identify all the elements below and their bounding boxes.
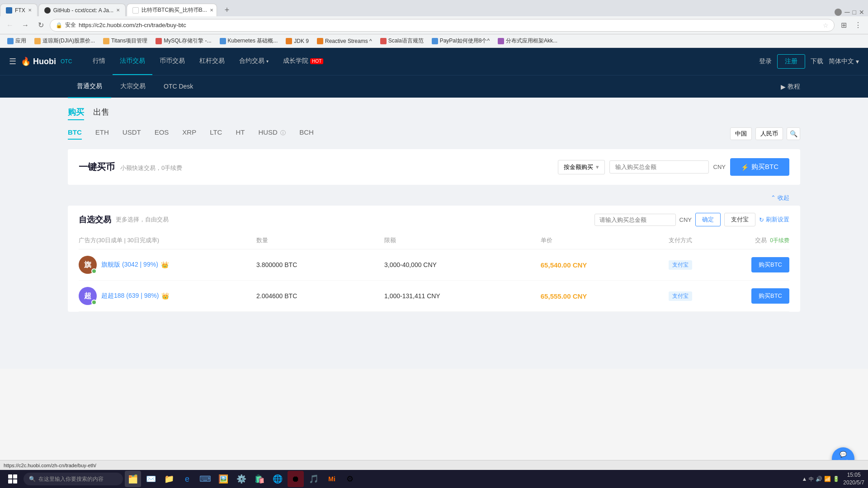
payment-tag-2[interactable]: 支付宝 <box>669 291 692 301</box>
download-btn[interactable]: 下载 <box>811 57 823 66</box>
buy-amount-input[interactable] <box>609 160 709 174</box>
payment-tag-1[interactable]: 支付宝 <box>669 260 692 270</box>
browser-tab-huobi[interactable]: 比特币BTC购买_比特币B... ✕ <box>127 4 217 16</box>
restore-btn[interactable]: □ <box>853 9 856 16</box>
th-payment: 支付方式 <box>669 232 740 249</box>
crypto-tab-ltc[interactable]: LTC <box>210 128 222 140</box>
ss-confirm-btn[interactable]: 确定 <box>695 213 721 226</box>
td-advertiser-2: 超 超超188 (639 | 98%) 👑 <box>79 281 256 312</box>
th-limit-label: 限额 <box>384 237 396 244</box>
tab-buy[interactable]: 购买 <box>68 107 84 120</box>
hamburger-menu-icon[interactable]: ☰ <box>9 56 16 66</box>
back-btn[interactable]: ← <box>4 19 16 32</box>
sub-nav-otcdesk[interactable]: OTC Desk <box>155 75 202 98</box>
tab-label-github: GitHub - ccxt/ccxt: A Ja... <box>53 7 113 14</box>
bookmark-apps[interactable]: 应用 <box>4 36 30 46</box>
crypto-tab-eth[interactable]: ETH <box>95 128 109 140</box>
crypto-tab-bch[interactable]: BCH <box>299 128 314 140</box>
husd-info-icon[interactable]: ⓘ <box>280 130 286 136</box>
sub-nav-bulk[interactable]: 大宗交易 <box>111 75 155 98</box>
sub-nav-bulk-label: 大宗交易 <box>120 82 146 90</box>
bookmark-dazhongzhi-label: 道琼斯(DJIA)股票价... <box>42 37 95 45</box>
bookmark-titans[interactable]: Titans项目管理 <box>99 36 151 46</box>
nav-fiat[interactable]: 法币交易 <box>113 48 152 75</box>
url-text[interactable]: https://c2c.huobi.com/zh-cn/trade/buy-bt… <box>79 22 820 28</box>
payment-cell-1: 支付宝 <box>669 260 740 270</box>
action-btn-1[interactable]: 购买BTC <box>751 257 789 272</box>
browser-tab-github[interactable]: GitHub - ccxt/ccxt: A Ja... ✕ <box>38 4 126 16</box>
collapse-btn[interactable]: ⌃ 收起 <box>771 194 789 201</box>
ss-amount-input[interactable] <box>594 214 676 226</box>
crown-icon-1: 👑 <box>161 261 169 268</box>
tab-close-ftx[interactable]: ✕ <box>28 8 32 13</box>
crypto-tab-husd[interactable]: HUSD ⓘ <box>258 128 286 140</box>
online-badge-1 <box>91 268 97 274</box>
new-tab-btn[interactable]: + <box>218 4 236 16</box>
lang-arrow-icon: ▾ <box>856 58 859 65</box>
bookmark-jdk9[interactable]: JDK 9 <box>282 37 312 45</box>
minimize-btn[interactable]: ─ <box>844 8 849 16</box>
bookmark-paypal[interactable]: PayPal如何使用8个^ <box>428 36 493 46</box>
tutorial-link[interactable]: ▶ 教程 <box>781 83 800 91</box>
bookmarks-bar: 应用 道琼斯(DJIA)股票价... Titans项目管理 MySQL存储引擎 … <box>0 34 868 48</box>
crypto-tab-ht[interactable]: HT <box>236 128 245 140</box>
refresh-label: 刷新设置 <box>766 216 789 224</box>
crypto-tab-usdt[interactable]: USDT <box>123 128 141 140</box>
tab-sell[interactable]: 出售 <box>93 107 109 120</box>
profile-icon[interactable] <box>835 9 842 16</box>
tab-close-huobi[interactable]: ✕ <box>210 8 213 13</box>
browser-toolbar: ← → ↻ 🔒 安全 https://c2c.huobi.com/zh-cn/t… <box>0 16 868 34</box>
td-limit-1: 3,000-40,000 CNY <box>384 249 541 281</box>
browser-tab-ftx[interactable]: FTX ✕ <box>0 4 38 16</box>
bookmark-titans-icon <box>103 38 109 44</box>
extensions-btn[interactable]: ⊞ <box>837 19 850 32</box>
nav-market[interactable]: 行情 <box>85 48 113 75</box>
filter-currency[interactable]: 人民币 <box>755 127 783 140</box>
advertiser-name-1[interactable]: 旗舰版 (3042 | 99%) 👑 <box>101 261 169 269</box>
refresh-btn[interactable]: ↻ <box>34 19 47 32</box>
login-btn[interactable]: 登录 <box>759 57 772 66</box>
bookmark-distributed[interactable]: 分布式应用框架Akk... <box>494 36 561 46</box>
logo-otc: OTC <box>61 58 72 65</box>
filter-search-btn[interactable]: 🔍 <box>787 127 800 140</box>
address-bar[interactable]: 🔒 安全 https://c2c.huobi.com/zh-cn/trade/b… <box>50 19 835 32</box>
bookmark-mysql[interactable]: MySQL存储引擎 -... <box>152 36 215 46</box>
action-btn-2[interactable]: 购买BTC <box>751 288 789 304</box>
filter-country[interactable]: 中国 <box>730 127 752 140</box>
nav-leverage[interactable]: 杠杆交易 <box>192 48 232 75</box>
buy-type-select[interactable]: 按金额购买 ▾ <box>558 160 605 174</box>
crypto-tab-xrp[interactable]: XRP <box>182 128 196 140</box>
menu-btn[interactable]: ⋮ <box>852 19 864 32</box>
sub-nav-normal[interactable]: 普通交易 <box>68 75 111 98</box>
nav-contract-arrow-icon: ▾ <box>266 59 269 64</box>
payment-cell-2: 支付宝 <box>669 291 740 301</box>
nav-contract[interactable]: 合约交易 ▾ <box>232 48 276 75</box>
nav-growth[interactable]: 成长学院 HOT <box>276 48 330 75</box>
crypto-tabs-row: BTC ETH USDT EOS XRP LTC HT <box>68 127 800 140</box>
lang-btn[interactable]: 简体中文 ▾ <box>829 57 859 66</box>
crypto-tab-eos[interactable]: EOS <box>155 128 169 140</box>
bookmark-distributed-icon <box>498 38 504 44</box>
close-btn[interactable]: ✕ <box>859 9 864 16</box>
th-price-label: 单价 <box>541 237 552 244</box>
ss-alipay-btn[interactable]: 支付宝 <box>724 213 755 226</box>
register-btn[interactable]: 注册 <box>777 54 805 69</box>
bookmark-kubernetes[interactable]: Kubernetes 基础概... <box>216 36 282 46</box>
th-action-label: 交易 <box>755 237 767 244</box>
security-icon: 🔒 <box>56 22 62 28</box>
bookmark-star-icon[interactable]: ☆ <box>823 22 829 29</box>
bookmark-reactive[interactable]: Reactive Streams ^ <box>313 37 376 45</box>
nav-coin[interactable]: 币币交易 <box>152 48 192 75</box>
sub-nav-otcdesk-label: OTC Desk <box>164 83 193 90</box>
forward-btn[interactable]: → <box>19 19 32 32</box>
bookmark-scala[interactable]: Scala语言规范 <box>377 36 427 46</box>
tutorial-label: 教程 <box>788 83 800 91</box>
bookmark-dazhongzhi[interactable]: 道琼斯(DJIA)股票价... <box>31 36 99 46</box>
advertiser-name-text-1: 旗舰版 (3042 | 99%) <box>101 261 158 269</box>
ss-refresh-btn[interactable]: ↻ 刷新设置 <box>759 216 789 224</box>
crypto-tab-btc[interactable]: BTC <box>68 128 82 140</box>
tab-close-github[interactable]: ✕ <box>116 8 120 13</box>
advertiser-name-2[interactable]: 超超188 (639 | 98%) 👑 <box>101 292 169 300</box>
quick-buy-title: 一键买币 <box>79 162 115 172</box>
buy-btc-btn[interactable]: ⚡ 购买BTC <box>730 158 789 176</box>
